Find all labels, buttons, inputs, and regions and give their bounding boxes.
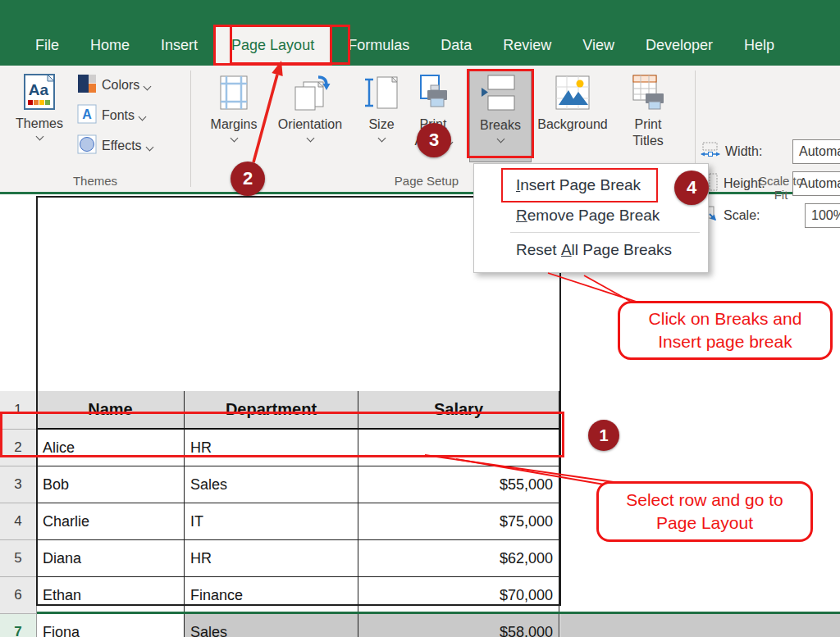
cell-name[interactable]: Alice (37, 430, 185, 466)
cell-dept[interactable]: Finance (185, 577, 358, 614)
row-header[interactable]: 1 (0, 391, 37, 430)
tab-data[interactable]: Data (425, 25, 487, 66)
row-header[interactable]: 7 (0, 614, 37, 637)
cell-salary[interactable]: $55,000 (358, 466, 559, 503)
themes-button[interactable]: Aa Themes (8, 71, 71, 162)
cell-dept[interactable]: HR (185, 540, 358, 577)
ribbon-button-print-titles[interactable]: PrintTitles (622, 71, 674, 162)
chevron-down-icon (35, 133, 43, 141)
ribbon-button-size[interactable]: Size (358, 71, 404, 162)
tab-review[interactable]: Review (487, 25, 567, 66)
width-input[interactable]: Automatic (792, 139, 840, 164)
row-header[interactable]: 6 (0, 577, 37, 614)
cell-salary[interactable]: $58,000 (358, 614, 559, 637)
menu-item-text: emove Page Break (527, 207, 660, 225)
row-header[interactable]: 3 (0, 466, 37, 503)
cell-name[interactable]: Charlie (37, 503, 185, 540)
ribbon-button-label: Colors (102, 78, 139, 93)
callout-line: Page Layout (656, 512, 753, 535)
scale-input[interactable]: 100% (805, 203, 840, 228)
ribbon-button-effects[interactable]: Effects (77, 133, 153, 159)
cell-name[interactable]: Diana (37, 540, 185, 577)
ribbon-button-label: Print (635, 116, 662, 133)
tab-help[interactable]: Help (728, 25, 790, 66)
tab-formulas[interactable]: Formulas (332, 25, 425, 66)
cell-dept[interactable]: IT (185, 503, 358, 540)
step-badge-1: 1 (588, 420, 619, 451)
callout-line: Insert page break (658, 330, 792, 353)
breaks-dropdown-menu: Insert Page BreakRemove Page BreakReset … (473, 163, 709, 273)
ribbon-button-label: Effects (102, 139, 142, 153)
callout-line: Select row and go to (626, 489, 783, 512)
cell-name[interactable]: Ethan (37, 577, 185, 614)
print-titles-icon (629, 74, 667, 115)
ribbon-button-orientation[interactable]: Orientation (271, 71, 349, 162)
scale-field-scale: Scale: (701, 203, 760, 228)
cell-name[interactable]: Fiona (37, 614, 185, 637)
cell-dept[interactable]: Sales (185, 466, 358, 503)
column-header-name[interactable]: Name (37, 391, 185, 430)
ribbon-button-icon-wrap (414, 72, 452, 116)
ribbon-button-background[interactable]: Background (533, 71, 612, 162)
cell-name[interactable]: Bob (37, 466, 185, 503)
cell-salary[interactable]: $70,000 (358, 577, 559, 614)
ribbon-button-icon-wrap (363, 72, 399, 116)
worksheet-grid: 1NameDepartmentSalary2AliceHR3BobSales$5… (0, 194, 840, 637)
cell-salary[interactable] (358, 430, 559, 466)
tab-home[interactable]: Home (75, 25, 145, 66)
row-header[interactable]: 5 (0, 540, 37, 577)
themes-icon: Aa (21, 72, 58, 115)
ribbon-button-icon-wrap (629, 72, 667, 116)
ribbon-button-label: Titles (632, 133, 664, 149)
effects-icon (77, 134, 97, 157)
ribbon-button-label: Breaks (480, 117, 521, 134)
ribbon-tabs: FileHomeInsertPage LayoutFormulasDataRev… (20, 25, 790, 66)
ribbon-button-label: Fonts (102, 108, 135, 123)
chevron-down-icon (377, 134, 386, 143)
breaks-icon (482, 72, 519, 118)
menu-item-accelerator: R (516, 207, 527, 225)
cell-salary[interactable]: $75,000 (358, 503, 559, 540)
step-badge-3: 3 (417, 123, 451, 157)
ribbon-button-label: Size (368, 116, 394, 133)
tab-view[interactable]: View (567, 25, 630, 66)
background-icon (553, 74, 592, 115)
menu-item-text: nsert Page Break (520, 176, 641, 194)
menu-item-reset-all-page-breaks[interactable]: Reset All Page Breaks (474, 234, 708, 265)
ribbon-button-label: Background (537, 116, 607, 133)
cell-dept[interactable]: HR (185, 430, 358, 466)
ribbon-button-label: Margins (211, 116, 258, 133)
size-icon (363, 74, 399, 115)
row-header[interactable]: 2 (0, 430, 37, 466)
chevron-down-icon (230, 134, 238, 143)
orientation-icon (289, 74, 331, 115)
chevron-down-icon (144, 83, 152, 91)
ribbon-button-icon-wrap (482, 73, 519, 117)
menu-separator (510, 232, 700, 233)
menu-item-remove-page-break[interactable]: Remove Page Break (474, 200, 708, 230)
tab-page-layout[interactable]: Page Layout (213, 25, 332, 66)
ribbon-button-margins[interactable]: Margins (203, 71, 264, 162)
menu-item-insert-page-break[interactable]: Insert Page Break (474, 170, 708, 200)
row7-selection-extension (560, 614, 840, 637)
group-separator (190, 71, 191, 187)
scale-field-label: Width: (725, 144, 762, 159)
ribbon-button-colors[interactable]: Colors (77, 72, 150, 98)
cell-salary[interactable]: $62,000 (358, 540, 559, 577)
page-setup-group-label: Page Setup (395, 174, 459, 188)
tab-developer[interactable]: Developer (630, 25, 728, 66)
margins-icon (215, 74, 253, 115)
svg-text:Aa: Aa (29, 81, 49, 98)
row-header[interactable]: 4 (0, 503, 37, 540)
excel-window: FileHomeInsertPage LayoutFormulasDataRev… (0, 0, 840, 637)
column-header-salary[interactable]: Salary (358, 391, 559, 430)
column-header-department[interactable]: Department (185, 391, 358, 430)
cell-dept[interactable]: Sales (185, 614, 358, 637)
svg-text:A: A (82, 107, 92, 121)
tab-insert[interactable]: Insert (145, 25, 213, 66)
ribbon-button-fonts[interactable]: AFonts (77, 102, 145, 129)
ribbon-button-breaks[interactable]: Breaks (469, 71, 532, 162)
callout-breaks-instruction: Click on Breaks and Insert page break (618, 301, 833, 360)
ribbon-button-icon-wrap (215, 72, 253, 116)
tab-file[interactable]: File (20, 25, 75, 66)
